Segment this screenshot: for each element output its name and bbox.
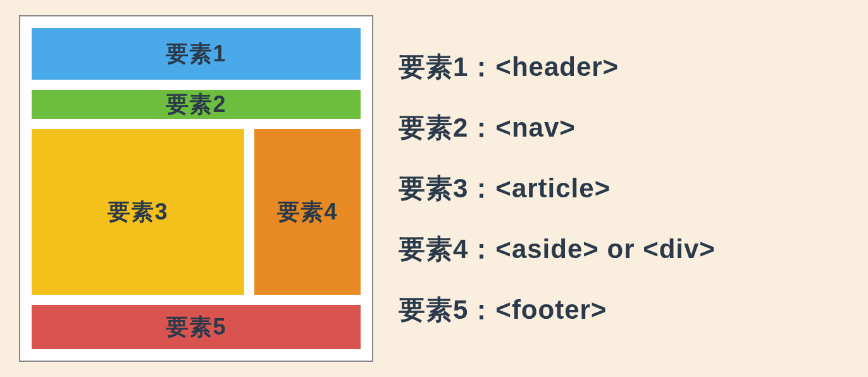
layout-wireframe: 要素1 要素2 要素3 要素4 要素5 bbox=[19, 15, 373, 362]
nav-block-label: 要素2 bbox=[166, 89, 226, 120]
aside-block-label: 要素4 bbox=[277, 197, 337, 228]
header-block: 要素1 bbox=[32, 28, 361, 80]
middle-row: 要素3 要素4 bbox=[32, 129, 361, 295]
legend-item-nav: 要素2：<nav> bbox=[399, 110, 716, 145]
legend-item-aside: 要素4：<aside> or <div> bbox=[399, 232, 716, 267]
legend-item-header: 要素1：<header> bbox=[399, 49, 716, 85]
legend-item-article: 要素3：<article> bbox=[399, 171, 716, 206]
footer-block: 要素5 bbox=[32, 305, 361, 349]
footer-block-label: 要素5 bbox=[166, 312, 226, 343]
legend: 要素1：<header> 要素2：<nav> 要素3：<article> 要素4… bbox=[399, 49, 716, 328]
article-block-label: 要素3 bbox=[108, 197, 168, 228]
nav-block: 要素2 bbox=[32, 90, 361, 119]
diagram-container: 要素1 要素2 要素3 要素4 要素5 要素1：<header> 要素2：<na… bbox=[19, 15, 849, 362]
aside-block: 要素4 bbox=[254, 129, 361, 295]
header-block-label: 要素1 bbox=[166, 39, 226, 70]
legend-item-footer: 要素5：<footer> bbox=[399, 292, 716, 328]
article-block: 要素3 bbox=[32, 129, 244, 295]
